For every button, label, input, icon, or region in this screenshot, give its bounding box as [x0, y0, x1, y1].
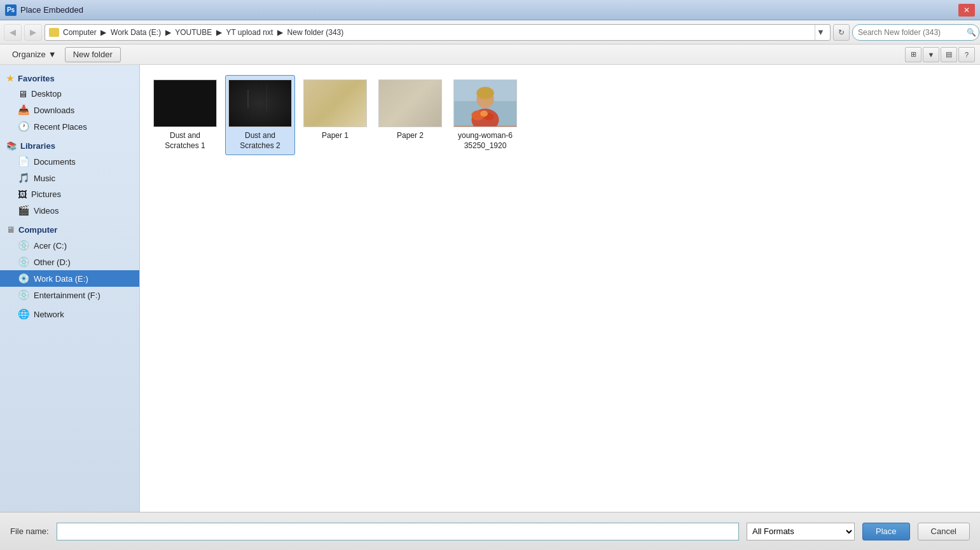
- breadcrumb-dropdown[interactable]: ▼: [815, 24, 826, 41]
- file-thumb-paper1: [303, 79, 367, 127]
- file-label-dust1: Dust and Scratches 1: [155, 131, 216, 151]
- view-thumbnails[interactable]: ⊞: [905, 47, 921, 62]
- cancel-button[interactable]: Cancel: [918, 523, 970, 540]
- sidebar-item-other[interactable]: 💿 Other (D:): [0, 254, 139, 270]
- favorites-section: ★ Favorites 🖥 Desktop 📥 Downloads 🕐 Rece…: [0, 70, 139, 135]
- sidebar-item-label: Videos: [34, 206, 59, 216]
- sidebar-item-label: Other (D:): [34, 258, 71, 267]
- file-item-photo[interactable]: young-woman-6 35250_1920: [450, 75, 520, 155]
- close-button[interactable]: ✕: [958, 4, 975, 17]
- sidebar-item-label: Downloads: [34, 106, 74, 115]
- computer-label: Computer: [18, 225, 57, 235]
- new-folder-button[interactable]: New folder: [65, 47, 121, 62]
- window-controls: ✕: [958, 4, 975, 17]
- libraries-label: Libraries: [20, 141, 55, 151]
- forward-button[interactable]: ▶: [24, 24, 42, 41]
- address-toolbar: ◀ ▶ Computer ▶ Work Data (E:) ▶ YOUTUBE …: [0, 20, 980, 45]
- sidebar-item-desktop[interactable]: 🖥 Desktop: [0, 86, 139, 102]
- sidebar-item-videos[interactable]: 🎬 Videos: [0, 202, 139, 219]
- pictures-icon: 🖼: [18, 189, 27, 200]
- sidebar-item-label: Entertainment (F:): [34, 291, 100, 300]
- organize-menu[interactable]: Organize ▼: [5, 47, 64, 62]
- downloads-icon: 📥: [18, 104, 30, 116]
- bottom-bar: File name: All Formats Place Cancel: [0, 512, 980, 550]
- back-button[interactable]: ◀: [4, 24, 22, 41]
- sidebar: ★ Favorites 🖥 Desktop 📥 Downloads 🕐 Rece…: [0, 65, 140, 512]
- sidebar-item-label: Desktop: [31, 89, 62, 99]
- sidebar-item-label: Music: [34, 174, 55, 183]
- file-label-paper2: Paper 2: [397, 131, 424, 141]
- help-button[interactable]: ?: [958, 47, 975, 62]
- network-icon: 🌐: [18, 308, 30, 320]
- sidebar-item-label: Documents: [34, 157, 76, 167]
- file-thumb-photo: [453, 79, 517, 127]
- recent-icon: 🕐: [18, 121, 30, 132]
- file-item-paper2[interactable]: Paper 2: [375, 75, 445, 155]
- documents-icon: 📄: [18, 156, 30, 167]
- sidebar-item-music[interactable]: 🎵 Music: [0, 170, 139, 186]
- sidebar-item-label: Network: [34, 310, 64, 319]
- computer-section: 🖥 Computer 💿 Acer (C:) 💿 Other (D:) 💿 Wo…: [0, 221, 139, 303]
- file-area: Dust and Scratches 1 Dust and Scratches …: [140, 65, 980, 512]
- address-bar[interactable]: Computer ▶ Work Data (E:) ▶ YOUTUBE ▶ YT…: [45, 24, 831, 41]
- view-dropdown[interactable]: ▼: [923, 47, 939, 62]
- libraries-header[interactable]: 📚 Libraries: [0, 137, 139, 153]
- view-controls: ⊞ ▼ ▤ ?: [905, 47, 975, 62]
- sidebar-item-label: Pictures: [31, 189, 61, 199]
- file-item-dust2[interactable]: Dust and Scratches 2: [225, 75, 295, 155]
- drive-f-icon: 💿: [18, 289, 30, 301]
- place-button[interactable]: Place: [862, 523, 910, 540]
- sidebar-item-pictures[interactable]: 🖼 Pictures: [0, 186, 139, 202]
- file-thumb-dust2: [228, 79, 292, 127]
- search-icon: 🔍: [967, 28, 976, 37]
- svg-point-7: [480, 111, 488, 117]
- file-label-photo: young-woman-6 35250_1920: [455, 131, 516, 151]
- sidebar-item-entertainment[interactable]: 💿 Entertainment (F:): [0, 287, 139, 303]
- search-input[interactable]: [852, 24, 979, 41]
- breadcrumb: Computer ▶ Work Data (E:) ▶ YOUTUBE ▶ YT…: [63, 28, 815, 37]
- filename-label: File name:: [10, 526, 49, 536]
- drive-d-icon: 💿: [18, 256, 30, 268]
- file-thumb-paper2: [378, 79, 442, 127]
- file-item-paper1[interactable]: Paper 1: [300, 75, 370, 155]
- videos-icon: 🎬: [18, 205, 30, 216]
- main-layout: ★ Favorites 🖥 Desktop 📥 Downloads 🕐 Rece…: [0, 65, 980, 512]
- sidebar-item-documents[interactable]: 📄 Documents: [0, 153, 139, 170]
- sidebar-item-label: Acer (C:): [34, 241, 67, 251]
- sidebar-item-network[interactable]: 🌐 Network: [0, 306, 139, 322]
- app-icon: Ps: [5, 4, 17, 16]
- view-list[interactable]: ▤: [941, 47, 957, 62]
- sidebar-item-label: Work Data (E:): [34, 274, 88, 284]
- svg-point-4: [476, 87, 493, 100]
- sidebar-item-acer[interactable]: 💿 Acer (C:): [0, 237, 139, 254]
- favorites-header[interactable]: ★ Favorites: [0, 70, 139, 86]
- drive-c-icon: 💿: [18, 240, 30, 251]
- refresh-button[interactable]: ↻: [833, 24, 850, 41]
- sidebar-item-label: Recent Places: [34, 122, 87, 132]
- filename-input[interactable]: [57, 523, 739, 540]
- file-label-paper1: Paper 1: [322, 131, 349, 141]
- drive-e-icon: 💿: [18, 273, 30, 284]
- file-item-dust1[interactable]: Dust and Scratches 1: [150, 75, 220, 155]
- sidebar-item-recent[interactable]: 🕐 Recent Places: [0, 118, 139, 135]
- favorites-label: Favorites: [18, 74, 55, 83]
- desktop-icon: 🖥: [18, 88, 27, 99]
- titlebar: Ps Place Embedded ✕: [0, 0, 980, 20]
- window-title: Place Embedded: [20, 5, 958, 15]
- sidebar-item-workdata[interactable]: 💿 Work Data (E:): [0, 270, 139, 287]
- music-icon: 🎵: [18, 172, 30, 184]
- file-label-dust2: Dust and Scratches 2: [230, 131, 291, 151]
- format-select[interactable]: All Formats: [747, 523, 855, 540]
- menubar: Organize ▼ New folder ⊞ ▼ ▤ ?: [0, 45, 980, 65]
- file-thumb-dust1: [153, 79, 217, 127]
- folder-icon: [49, 28, 59, 37]
- network-section: 🌐 Network: [0, 306, 139, 322]
- computer-header[interactable]: 🖥 Computer: [0, 221, 139, 237]
- libraries-section: 📚 Libraries 📄 Documents 🎵 Music 🖼 Pictur…: [0, 137, 139, 219]
- sidebar-item-downloads[interactable]: 📥 Downloads: [0, 102, 139, 118]
